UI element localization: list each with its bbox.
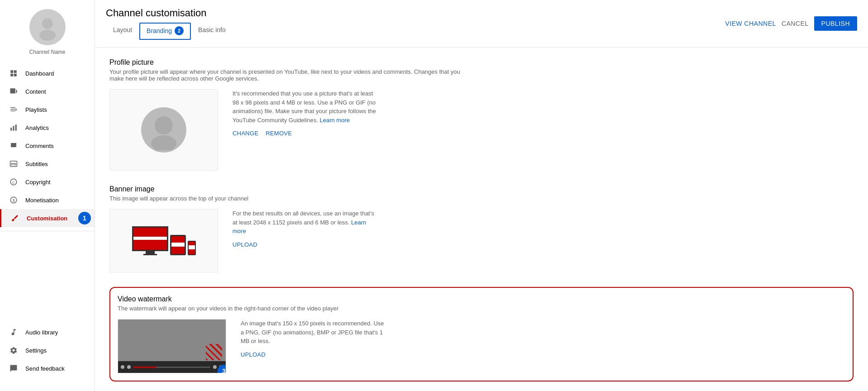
- copyright-icon: C: [9, 177, 18, 186]
- tablet-device: [170, 235, 186, 255]
- sidebar-item-settings[interactable]: Settings: [0, 341, 95, 359]
- topbar-actions: VIEW CHANNEL CANCEL PUBLISH: [725, 16, 857, 31]
- play-icon: [9, 87, 18, 96]
- sidebar-item-audio-library[interactable]: Audio library: [0, 323, 95, 341]
- banner-image-info: For the best results on all devices, use…: [232, 209, 854, 248]
- svg-rect-16: [11, 165, 13, 166]
- profile-remove-button[interactable]: REMOVE: [266, 130, 292, 137]
- svg-point-0: [42, 18, 53, 29]
- feedback-icon: [9, 364, 18, 373]
- tab-branding[interactable]: Branding 2: [139, 23, 191, 40]
- sidebar-item-analytics[interactable]: Analytics: [0, 119, 95, 137]
- svg-rect-3: [14, 70, 17, 73]
- avatar-area: Channel Name: [0, 0, 95, 60]
- svg-rect-14: [15, 124, 17, 131]
- profile-picture-section: Profile picture Your profile picture wil…: [109, 58, 854, 171]
- music-icon: [9, 328, 18, 337]
- content-area: Profile picture Your profile picture wil…: [95, 48, 868, 391]
- page-title: Channel customisation: [106, 7, 233, 19]
- svg-rect-4: [10, 74, 13, 76]
- profile-img-circle: [141, 107, 186, 153]
- svg-point-24: [151, 135, 176, 150]
- banner-image-desc: This image will appear across the top of…: [109, 195, 471, 202]
- grid-icon: [9, 69, 18, 78]
- sidebar-item-comments[interactable]: Comments: [0, 137, 95, 155]
- monitor-screen-container: [132, 226, 168, 251]
- main-content: Channel customisation Layout Branding 2 …: [95, 0, 868, 391]
- bar-chart-icon: [9, 123, 18, 132]
- sidebar-item-content[interactable]: Content: [0, 82, 95, 100]
- avatar[interactable]: [29, 9, 66, 45]
- banner-image-preview: [109, 209, 218, 272]
- profile-picture-title: Profile picture: [109, 58, 854, 67]
- phone-device: [188, 241, 196, 255]
- watermark-icon: [206, 344, 222, 360]
- sidebar-item-monetisation[interactable]: $ Monetisation: [0, 191, 95, 209]
- sidebar-item-customisation[interactable]: Customisation 1: [0, 209, 95, 227]
- topbar: Channel customisation Layout Branding 2 …: [95, 0, 868, 48]
- sidebar-item-playlists[interactable]: Playlists: [0, 100, 95, 119]
- profile-learn-more-link[interactable]: Learn more: [320, 117, 350, 124]
- banner-action-links: UPLOAD: [232, 241, 854, 248]
- profile-picture-preview: [109, 89, 218, 171]
- profile-action-links: CHANGE REMOVE: [232, 130, 854, 137]
- watermark-action-links: UPLOAD: [241, 351, 845, 358]
- profile-picture-body: It's recommended that you use a picture …: [109, 89, 854, 171]
- sidebar-item-copyright[interactable]: C Copyright: [0, 173, 95, 191]
- profile-info-text: It's recommended that you use a picture …: [232, 89, 377, 124]
- svg-rect-13: [13, 126, 14, 131]
- svg-point-23: [155, 116, 173, 134]
- view-channel-button[interactable]: VIEW CHANNEL: [725, 20, 776, 27]
- branding-tab-badge: 2: [175, 26, 184, 35]
- customisation-badge: 1: [78, 212, 91, 224]
- banner-image-body: For the best results on all devices, use…: [109, 209, 854, 272]
- watermark-info-text: An image that's 150 x 150 pixels is reco…: [241, 319, 385, 346]
- watermark-upload-button[interactable]: UPLOAD: [241, 351, 266, 358]
- monitor-device: [132, 226, 168, 255]
- watermark-mock: [118, 319, 226, 373]
- svg-rect-6: [10, 88, 15, 93]
- svg-rect-5: [14, 74, 17, 76]
- watermark-body: 3 An image that's 150 x 150 pixels is re…: [118, 319, 845, 373]
- profile-picture-desc: Your profile picture will appear where y…: [109, 68, 471, 82]
- watermark-info: An image that's 150 x 150 pixels is reco…: [241, 319, 845, 358]
- tabs: Layout Branding 2 Basic info: [106, 23, 233, 40]
- svg-rect-8: [10, 107, 15, 108]
- tab-basic-info[interactable]: Basic info: [191, 23, 233, 40]
- svg-marker-7: [16, 89, 17, 94]
- sidebar-item-subtitles[interactable]: Subtitles: [0, 155, 95, 173]
- svg-rect-18: [11, 163, 16, 164]
- subtitles-icon: [9, 159, 18, 168]
- svg-rect-17: [14, 165, 16, 166]
- banner-info-text: For the best results on all devices, use…: [232, 209, 377, 236]
- play-control: [121, 365, 124, 369]
- banner-upload-button[interactable]: UPLOAD: [232, 241, 257, 248]
- sidebar: Channel Name Dashboard Content Playlists…: [0, 0, 95, 391]
- tab-layout[interactable]: Layout: [106, 23, 139, 40]
- sidebar-item-send-feedback[interactable]: Send feedback: [0, 359, 95, 377]
- svg-text:$: $: [13, 198, 15, 203]
- video-watermark-section: Video watermark The watermark will appea…: [109, 287, 854, 381]
- watermark-desc: The watermark will appear on your videos…: [118, 305, 479, 312]
- profile-change-button[interactable]: CHANGE: [232, 130, 258, 137]
- profile-picture-info: It's recommended that you use a picture …: [232, 89, 854, 137]
- channel-name: Channel Name: [29, 49, 65, 55]
- brush-icon: [10, 214, 19, 223]
- watermark-preview: 3: [118, 319, 226, 373]
- progress-bar: [133, 367, 210, 368]
- gear-icon: [9, 346, 18, 355]
- svg-point-1: [39, 30, 56, 41]
- phone-screen: [189, 242, 195, 254]
- settings-control: [213, 365, 217, 369]
- cancel-button[interactable]: CANCEL: [782, 20, 809, 27]
- progress-fill: [133, 367, 157, 368]
- svg-rect-2: [10, 70, 13, 73]
- svg-rect-12: [10, 128, 12, 131]
- publish-button[interactable]: PUBLISH: [814, 16, 857, 31]
- sidebar-item-dashboard[interactable]: Dashboard: [0, 64, 95, 82]
- banner-devices: [132, 226, 196, 255]
- sidebar-bottom-nav: Audio library Settings Send feedback: [0, 319, 95, 382]
- sidebar-nav: Dashboard Content Playlists Analytics Co…: [0, 64, 95, 227]
- topbar-left: Channel customisation Layout Branding 2 …: [106, 7, 233, 40]
- skip-control: [127, 365, 131, 369]
